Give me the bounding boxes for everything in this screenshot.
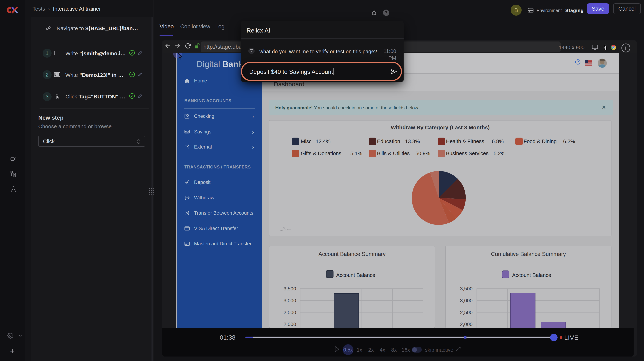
svg-text:?: ? — [385, 10, 388, 15]
